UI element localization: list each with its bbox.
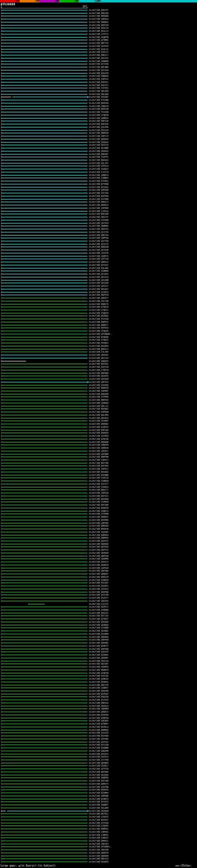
hit-label[interactable]: UniRef100_B4S5X7 bbox=[89, 819, 109, 821]
hit-bar[interactable] bbox=[1, 196, 88, 196]
hit-bar[interactable] bbox=[1, 418, 88, 418]
hit-bar[interactable] bbox=[1, 523, 88, 523]
hit-label[interactable]: UniRef100_B4FU21 bbox=[89, 495, 109, 497]
hit-bar[interactable] bbox=[1, 511, 88, 512]
hit-label[interactable]: UniRef100_Q9SC29 bbox=[89, 576, 109, 578]
hit-bar[interactable] bbox=[1, 570, 88, 571]
hit-bar[interactable] bbox=[1, 49, 88, 50]
hit-bar[interactable] bbox=[1, 484, 88, 484]
hit-bar[interactable] bbox=[1, 346, 88, 346]
hit-label[interactable]: UniRef100_A9ZMK6 bbox=[89, 558, 109, 560]
hit-label[interactable]: UniRef100_B9RDU1 bbox=[89, 21, 109, 23]
hit-label[interactable]: UniRef100_C5YV77 bbox=[89, 483, 109, 485]
hit-bar[interactable] bbox=[1, 148, 88, 148]
hit-label[interactable]: UniRef100_Q5EWY8 bbox=[89, 564, 109, 566]
hit-bar[interactable] bbox=[1, 427, 88, 427]
hit-label[interactable]: UniRef100_A3BU12 bbox=[89, 837, 109, 839]
hit-bar[interactable] bbox=[1, 409, 88, 409]
hit-bar[interactable] bbox=[1, 679, 88, 679]
hit-label[interactable]: UniRef100_Q9FEW8 bbox=[89, 648, 109, 650]
hit-label[interactable]: UniRef100_Q23735 bbox=[89, 231, 109, 234]
hit-label[interactable]: UniRef100_B9NJL3 bbox=[89, 201, 109, 203]
hit-label[interactable]: UniRef100_B2BF37 bbox=[89, 645, 109, 647]
hit-label[interactable]: UniRef100_B9S160 bbox=[89, 213, 109, 215]
hit-label[interactable]: UniRef100_C5X2L6 bbox=[89, 477, 109, 479]
hit-label[interactable]: UniRef100_UPI0001.. bbox=[89, 845, 112, 848]
hit-bar[interactable] bbox=[1, 16, 88, 16]
hit-label[interactable]: UniRef100_A9PGL6 bbox=[89, 18, 109, 20]
hit-bar[interactable] bbox=[1, 673, 88, 673]
hit-label[interactable]: UniRef100_A2X8M7 bbox=[89, 420, 109, 422]
hit-bar[interactable] bbox=[1, 331, 88, 331]
hit-bar-gap-segment[interactable] bbox=[1, 811, 5, 811]
hit-bar[interactable] bbox=[1, 442, 88, 442]
hit-label[interactable]: UniRef100_B3TJA2 bbox=[89, 615, 109, 617]
hit-label[interactable]: UniRef100_A9PPX6 bbox=[89, 237, 109, 239]
hit-label[interactable]: UniRef100_A7X888 bbox=[89, 627, 109, 629]
hit-label[interactable]: UniRef100_Q7Y256 bbox=[89, 63, 109, 65]
hit-label[interactable]: UniRef100_B9P9G0 bbox=[89, 372, 109, 374]
hit-bar[interactable] bbox=[1, 630, 88, 631]
hit-label[interactable]: UniRef100_Q8H0S9 bbox=[89, 543, 109, 545]
hit-label[interactable]: UniRef100_A7Q5U5 bbox=[89, 330, 109, 332]
hit-label[interactable]: UniRef100_A7P5M4 bbox=[89, 396, 109, 398]
hit-label[interactable]: UniRef100_Q8W4Z2 bbox=[89, 360, 109, 363]
hit-label[interactable]: UniRef100_A9NS10 bbox=[89, 105, 109, 107]
hit-label[interactable]: UniRef100_B9MSU1 bbox=[89, 828, 109, 830]
hit-label[interactable]: UniRef100_B2Z452 bbox=[89, 186, 109, 188]
hit-bar[interactable] bbox=[1, 772, 88, 772]
hit-bar[interactable] bbox=[1, 157, 88, 157]
hit-bar[interactable] bbox=[1, 232, 88, 232]
hit-bar[interactable] bbox=[1, 493, 88, 493]
hit-bar[interactable] bbox=[1, 496, 88, 496]
hit-label[interactable]: UniRef100_C6TJE5 bbox=[89, 192, 109, 194]
hit-label[interactable]: UniRef100_O65747 bbox=[89, 216, 109, 218]
hit-label[interactable]: UniRef100_A7QH39 bbox=[89, 114, 109, 116]
hit-label[interactable]: UniRef100_Q5N761 bbox=[89, 354, 109, 356]
hit-bar[interactable] bbox=[1, 307, 88, 307]
hit-bar[interactable] bbox=[1, 751, 88, 751]
hit-bar[interactable] bbox=[1, 274, 88, 274]
hit-bar[interactable] bbox=[1, 397, 88, 397]
hit-bar[interactable] bbox=[1, 577, 88, 577]
hit-label[interactable]: UniRef100_A7PXM8 bbox=[89, 513, 109, 515]
hit-label[interactable]: UniRef100_O49859 bbox=[89, 579, 109, 581]
hit-bar[interactable] bbox=[1, 376, 88, 376]
hit-bar[interactable] bbox=[1, 709, 88, 709]
hit-label[interactable]: UniRef100_Q5U1F9 bbox=[89, 72, 109, 74]
hit-bar[interactable] bbox=[1, 43, 88, 43]
hit-bar[interactable] bbox=[1, 277, 88, 277]
hit-label[interactable]: UniRef100_B9RUV0 bbox=[89, 387, 109, 389]
hit-bar[interactable] bbox=[1, 229, 88, 229]
hit-bar[interactable] bbox=[28, 604, 45, 604]
hit-label[interactable]: UniRef100_Q93XE6 bbox=[89, 546, 109, 548]
hit-label[interactable]: UniRef100_Q6L6R9 bbox=[89, 90, 109, 92]
hit-label[interactable]: UniRef100_C0PC22 bbox=[89, 78, 109, 81]
hit-bar[interactable] bbox=[1, 723, 88, 724]
hit-bar[interactable] bbox=[1, 580, 88, 581]
hit-label[interactable]: UniRef100_B7SJS0 bbox=[89, 744, 109, 746]
hit-label[interactable]: UniRef100_Q2ABW0 bbox=[89, 747, 109, 749]
hit-bar[interactable] bbox=[1, 367, 88, 367]
hit-label[interactable]: UniRef100_Q6K609 bbox=[89, 855, 109, 857]
hit-bar[interactable] bbox=[1, 343, 88, 343]
hit-label[interactable]: UniRef100_Q3LA65 bbox=[89, 267, 109, 270]
hit-label[interactable]: UniRef100_A4ZYQ2 bbox=[89, 675, 109, 677]
hit-label[interactable]: UniRef100_A9PD90 bbox=[89, 411, 109, 413]
hit-label[interactable]: UniRef100_P93052 bbox=[89, 342, 109, 344]
hit-bar[interactable] bbox=[1, 775, 88, 775]
hit-label[interactable]: UniRef100_A4S621 bbox=[89, 168, 109, 170]
hit-bar[interactable] bbox=[1, 34, 88, 34]
hit-bar[interactable] bbox=[1, 829, 88, 829]
hit-label[interactable]: UniRef100_P47999 bbox=[89, 198, 109, 200]
hit-bar[interactable] bbox=[1, 472, 88, 472]
hit-bar[interactable] bbox=[1, 220, 88, 220]
hit-label[interactable]: UniRef100_A9NRJ4 bbox=[89, 174, 109, 177]
hit-label[interactable]: UniRef100_B9RET5 bbox=[89, 303, 109, 305]
hit-bar[interactable] bbox=[1, 175, 88, 176]
hit-bar[interactable] bbox=[1, 780, 88, 781]
hit-label[interactable]: UniRef100_B2ZGL4 bbox=[89, 726, 109, 728]
hit-label[interactable]: UniRef100_O04059 bbox=[89, 552, 109, 554]
hit-label[interactable]: UniRef100_B6DW79 bbox=[89, 669, 109, 671]
hit-label[interactable]: UniRef100_C6TYZ8 bbox=[89, 258, 109, 260]
